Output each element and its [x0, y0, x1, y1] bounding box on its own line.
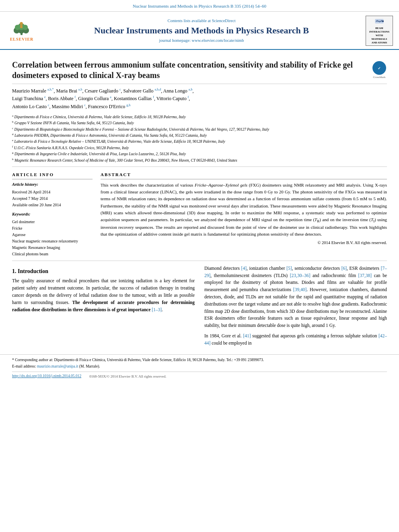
- affiliation-g: g Dipartimento di Ingegneria Civile e In…: [12, 151, 387, 157]
- page-footer: * Corresponding author at: Dipartimento …: [0, 354, 399, 382]
- history-received: Received 26 April 2014: [12, 189, 93, 195]
- header-right: BEAMINTERACTIONSWITHMATERIALSAND ATOMS: [365, 16, 393, 46]
- issn-text: 0168-583X/© 2014 Elsevier B.V. All right…: [89, 374, 166, 379]
- contents-line: Contents lists available at ScienceDirec…: [167, 18, 235, 24]
- affiliation-c: c Dipartimento di Biopatologia e Biotecn…: [12, 126, 387, 132]
- body-col-right: Diamond detectors [4], ionization chambe…: [204, 265, 387, 347]
- article-info-col: ARTICLE INFO Article history: Received 2…: [12, 172, 93, 257]
- body-section: 1. Introduction The quality assurance of…: [12, 261, 387, 347]
- header-center: Contents lists available at ScienceDirec…: [42, 16, 361, 46]
- affiliation-e: e Laboratorio di Fisica e Tecnologie Rel…: [12, 138, 387, 144]
- science-direct-link[interactable]: ScienceDirect: [212, 18, 236, 23]
- elsevier-tree-icon: [10, 20, 33, 36]
- journal-bar-link[interactable]: Nuclear Instruments and Methods in Physi…: [133, 4, 266, 8]
- doi-link[interactable]: http://dx.doi.org/10.1016/j.nimb.2014.05…: [12, 374, 81, 379]
- doi-bar: http://dx.doi.org/10.1016/j.nimb.2014.05…: [12, 372, 387, 379]
- article-info-abstract: ARTICLE INFO Article history: Received 2…: [12, 167, 387, 261]
- elsevier-logo: ELSEVIER: [10, 20, 34, 42]
- journal-bar: Nuclear Instruments and Methods in Physi…: [0, 0, 399, 12]
- authors-line: Maurizio Marrale a,b,*, Maria Brai a,b, …: [12, 87, 387, 111]
- email-link[interactable]: maurizio.marrale@unipa.it: [37, 364, 78, 368]
- journal-homepage: journal homepage: www.elsevier.com/locat…: [159, 38, 244, 44]
- keyword-3: Agarose: [12, 232, 93, 238]
- affiliation-h: h Magnetic Resonance Research Center, Sc…: [12, 157, 387, 163]
- corresponding-author-note: * Corresponding author at: Dipartimento …: [12, 357, 387, 363]
- intro-paragraph-1: The quality assurance of medical procedu…: [12, 277, 195, 313]
- beam-icon: [373, 17, 385, 25]
- keyword-2: Fricke: [12, 225, 93, 232]
- ref-1-3-link[interactable]: [1–3]: [152, 307, 162, 312]
- header-left: ELSEVIER: [6, 16, 38, 46]
- ref-4-link[interactable]: [4]: [241, 266, 247, 271]
- svg-point-7: [20, 22, 23, 25]
- affiliation-a: a Dipartimento di Fisica e Chimica, Univ…: [12, 114, 387, 120]
- two-col-body: 1. Introduction The quality assurance of…: [12, 265, 387, 347]
- history-label: Article history:: [12, 182, 93, 188]
- ref-42-44-link[interactable]: [42–44]: [204, 333, 387, 345]
- body-col-left: 1. Introduction The quality assurance of…: [12, 265, 195, 347]
- affiliations: a Dipartimento di Fisica e Chimica, Univ…: [12, 112, 387, 167]
- email-note: E-mail address: maurizio.marrale@unipa.i…: [12, 364, 387, 369]
- svg-point-6: [23, 25, 28, 30]
- crossmark-icon: ✓: [372, 61, 386, 75]
- svg-text:✓: ✓: [378, 66, 381, 70]
- ref-6-link[interactable]: [6]: [341, 266, 347, 271]
- crossmark-badge[interactable]: ✓ CrossMark: [372, 61, 387, 80]
- history-online: Available online 20 June 2014: [12, 202, 93, 208]
- affiliation-d: d Laboratorio PH3DRA, Dipartimento di Fi…: [12, 132, 387, 138]
- abstract-text: This work describes the characterization…: [101, 182, 387, 238]
- article-title-section: Correlation between ferrous ammonium sul…: [12, 54, 387, 84]
- journal-homepage-link[interactable]: www.elsevier.com/locate/nimb: [192, 38, 244, 43]
- history-accepted: Accepted 7 May 2014: [12, 195, 93, 202]
- svg-rect-8: [21, 25, 23, 28]
- abstract-copyright: © 2014 Elsevier B.V. All rights reserved…: [101, 240, 387, 246]
- ref-23-30-36-link[interactable]: [23,30–36]: [290, 273, 311, 278]
- keyword-6: Clinical photons beam: [12, 251, 93, 257]
- ref-39-40-link[interactable]: [39,40]: [293, 287, 307, 292]
- journal-title: Nuclear Instruments and Methods in Physi…: [94, 25, 309, 36]
- intro-paragraph-3: In 1984, Gore et al. [41] suggested that…: [204, 333, 387, 347]
- svg-point-11: [382, 21, 384, 22]
- crossmark-svg: ✓: [375, 64, 383, 72]
- authors-section: Maurizio Marrale a,b,*, Maria Brai a,b, …: [12, 84, 387, 112]
- keywords-label: Keywords:: [12, 212, 93, 218]
- crossmark-label: CrossMark: [373, 76, 385, 80]
- main-content: Correlation between ferrous ammonium sul…: [0, 50, 399, 347]
- article-title: Correlation between ferrous ammonium sul…: [12, 60, 368, 80]
- elsevier-label: ELSEVIER: [10, 37, 34, 42]
- header-area: ELSEVIER Contents lists available at Sci…: [0, 12, 399, 50]
- affiliation-b: b Gruppo V Sezione INFN di Catania, Via …: [12, 120, 387, 126]
- abstract-col: ABSTRACT This work describes the charact…: [101, 172, 387, 257]
- keyword-5: Magnetic Resonance Imaging: [12, 244, 93, 251]
- intro-paragraph-2: Diamond detectors [4], ionization chambe…: [204, 265, 387, 329]
- svg-point-5: [15, 25, 20, 30]
- ref-5-link[interactable]: [5]: [286, 266, 292, 271]
- keyword-4: Nuclear magnetic resonance relaxometry: [12, 238, 93, 244]
- page: Nuclear Instruments and Methods in Physi…: [0, 0, 399, 532]
- affiliation-f: f U.O.C.-Fisica Sanitaria A.R.N.A.S. Osp…: [12, 145, 387, 151]
- abstract-title: ABSTRACT: [101, 172, 387, 179]
- beam-text: BEAMINTERACTIONSWITHMATERIALSAND ATOMS: [369, 26, 389, 44]
- section-1-heading: 1. Introduction: [12, 267, 195, 275]
- ref-37-38-link[interactable]: [37,38]: [358, 273, 372, 278]
- beam-interactions-box: BEAMINTERACTIONSWITHMATERIALSAND ATOMS: [366, 16, 393, 46]
- article-info-title: ARTICLE INFO: [12, 172, 93, 179]
- ref-41-link[interactable]: [41]: [243, 333, 251, 338]
- keyword-1: Gel dosimeter: [12, 219, 93, 225]
